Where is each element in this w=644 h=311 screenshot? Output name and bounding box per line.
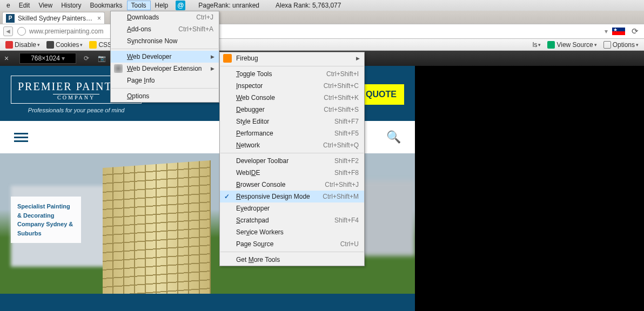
tools-menu-item-5[interactable]: Web Developer Extension▶ (111, 63, 219, 75)
tools-menu-item-4[interactable]: Web Developer▶ (111, 51, 219, 63)
tools-menu-item-0[interactable]: DownloadsCtrl+J (111, 11, 219, 23)
firebug-icon (223, 54, 232, 63)
menu-file[interactable]: e (2, 1, 15, 10)
menu-edit[interactable]: Edit (15, 1, 35, 10)
ls-button[interactable]: ls (529, 41, 545, 49)
rdm-rotate-icon[interactable]: ⟳ (82, 53, 91, 63)
at-addon-icon[interactable]: @ (176, 1, 185, 10)
flag-icon[interactable] (612, 28, 625, 35)
search-icon[interactable]: 🔍 (386, 130, 401, 144)
rdm-dimension-select[interactable]: 768×1024 (19, 53, 76, 64)
webdev-menu-item-19[interactable]: Get More Tools (220, 254, 364, 266)
tab-strip: P Skilled Sydney Painters - Acc × (0, 11, 644, 24)
webdev-menu-item-8[interactable]: NetworkCtrl+Shift+Q (220, 139, 364, 151)
menu-bar: e Edit View History Bookmarks Tools Help… (0, 0, 644, 11)
viewport-letterbox (421, 66, 644, 311)
webdev-menu-item-7[interactable]: PerformanceShift+F5 (220, 127, 364, 139)
tools-menu-item-2[interactable]: Synchronise Now (111, 35, 219, 47)
url-bar: ◄ www.premierpainting.com ▾ ⟳ (0, 24, 644, 39)
rdm-close-icon[interactable]: × (4, 54, 9, 63)
webdev-menu-item-12[interactable]: Browser ConsoleCtrl+Shift+J (220, 179, 364, 191)
disable-button[interactable]: Disable (2, 41, 43, 49)
options-button[interactable]: Options (600, 41, 642, 49)
menu-tools[interactable]: Tools (127, 1, 151, 10)
hero-badge: Specialist Painting & Decorating Company… (11, 197, 81, 243)
tools-menu-item-6[interactable]: Page Info (111, 75, 219, 86)
webdev-menu-item-0[interactable]: Firebug▶ (220, 52, 364, 64)
cookies-button[interactable]: Cookies (43, 41, 86, 49)
webdev-menu-item-6[interactable]: Style EditorShift+F7 (220, 116, 364, 127)
webdev-menu-item-3[interactable]: InspectorCtrl+Shift+C (220, 80, 364, 92)
url-dropdown-icon[interactable]: ▾ (605, 28, 608, 35)
webdev-menu-item-11[interactable]: WebIDEShift+F8 (220, 167, 364, 179)
site-identity-icon[interactable] (17, 27, 26, 36)
reload-button[interactable]: ⟳ (632, 26, 639, 36)
web-developer-submenu[interactable]: Firebug▶Toggle ToolsCtrl+Shift+IInspecto… (219, 52, 365, 266)
quote-button[interactable]: QUOTE (358, 84, 404, 105)
webdev-menu-item-15[interactable]: ScratchpadShift+F4 (220, 214, 364, 226)
menu-history[interactable]: History (57, 1, 85, 10)
tools-menu-item-8[interactable]: Options (111, 90, 219, 102)
hamburger-icon[interactable] (14, 131, 28, 144)
tab-close-icon[interactable]: × (97, 15, 101, 22)
tab-favicon: P (6, 14, 15, 23)
back-button[interactable]: ◄ (3, 26, 13, 36)
rdm-screenshot-icon[interactable]: 📷 (97, 53, 106, 63)
menu-help[interactable]: Help (151, 1, 173, 10)
webdev-menu-item-13[interactable]: ✓Responsive Design ModeCtrl+Shift+M (220, 191, 364, 202)
view-source-button[interactable]: View Source (544, 41, 600, 49)
menu-bookmarks[interactable]: Bookmarks (86, 1, 127, 10)
webdev-menu-item-4[interactable]: Web ConsoleCtrl+Shift+K (220, 92, 364, 104)
webdev-menu-item-17[interactable]: Page SourceCtrl+U (220, 238, 364, 250)
pagerank-label: PageRank: unranked (198, 2, 259, 9)
tagline: Professionals for your peace of mind (11, 107, 142, 113)
webdev-menu-item-10[interactable]: Developer ToolbarShift+F2 (220, 155, 364, 167)
tab-title: Skilled Sydney Painters - Acc (18, 15, 94, 22)
webdev-menu-item-16[interactable]: Service Workers (220, 226, 364, 238)
webdev-menu-item-5[interactable]: DebuggerCtrl+Shift+S (220, 104, 364, 116)
tools-menu[interactable]: DownloadsCtrl+JAdd-onsCtrl+Shift+ASynchr… (110, 11, 219, 103)
browser-tab[interactable]: P Skilled Sydney Painters - Acc × (2, 12, 105, 24)
webdev-toolbar: Disable Cookies CSS ls View Source Optio… (0, 39, 644, 51)
alexa-rank-label: Alexa Rank: 5,763,077 (276, 2, 341, 9)
tools-menu-item-1[interactable]: Add-onsCtrl+Shift+A (111, 23, 219, 35)
logo-text-sub: COMPANY (53, 94, 99, 100)
webdev-menu-item-2[interactable]: Toggle ToolsCtrl+Shift+I (220, 68, 364, 80)
menu-view[interactable]: View (34, 1, 57, 10)
webdev-menu-item-14[interactable]: Eyedropper (220, 202, 364, 214)
